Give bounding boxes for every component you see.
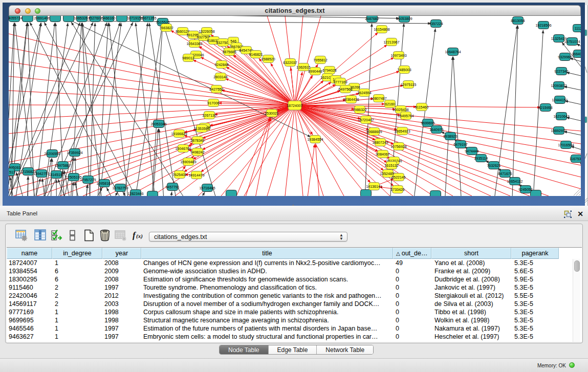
table-cell[interactable]: Stergiakouli et al. (2012) xyxy=(431,292,511,300)
column-header-out_de[interactable]: △out_de… xyxy=(393,248,431,259)
table-cell[interactable]: 0 xyxy=(393,300,431,308)
canvas-resize-grip[interactable] xyxy=(579,194,580,195)
table-cell[interactable]: 0 xyxy=(393,308,431,316)
table-row[interactable]: 911546021997Tourette syndrome. Phenomeno… xyxy=(7,283,582,292)
table-cell[interactable]: Nakamura et al. (1997) xyxy=(431,324,511,333)
table-cell[interactable]: 18724007 xyxy=(7,259,52,267)
table-cell[interactable]: 1 xyxy=(52,333,102,341)
table-cell[interactable]: 5.3E-5 xyxy=(511,259,559,267)
table-cell[interactable]: Corpus callosum shape and size in male p… xyxy=(141,308,393,316)
table-cell[interactable]: 5.5E-5 xyxy=(511,292,559,300)
table-cell[interactable]: 1997 xyxy=(102,324,141,333)
table-cell[interactable]: 0 xyxy=(393,275,431,283)
table-mode-icon[interactable] xyxy=(15,229,28,242)
table-cell[interactable]: Investigating the contribution of common… xyxy=(141,292,393,300)
tab-edge-table[interactable]: Edge Table xyxy=(269,345,317,354)
table-cell[interactable]: de Silva et al. (2003) xyxy=(431,300,511,308)
graph-node[interactable] xyxy=(430,191,441,196)
table-cell[interactable]: Changes of HCN gene expression and I(f) … xyxy=(141,259,393,267)
show-columns-icon[interactable] xyxy=(34,229,47,242)
table-cell[interactable]: Jankovic et al. (1997) xyxy=(431,283,511,292)
table-row[interactable]: 969969511998Structural magnetic resonanc… xyxy=(7,316,582,324)
table-cell[interactable]: 18300295 xyxy=(7,275,52,283)
table-cell[interactable]: 2 xyxy=(52,283,102,292)
table-cell[interactable]: 5.3E-5 xyxy=(511,324,559,333)
table-cell[interactable]: Estimation of the future numbers of pati… xyxy=(141,324,393,333)
table-cell[interactable]: Disruption of a novel member of a sodium… xyxy=(141,300,393,308)
table-row[interactable]: 977716911998Corpus callosum shape and si… xyxy=(7,308,582,316)
table-cell[interactable]: Hescheler et al. (1997) xyxy=(431,333,511,341)
float-window-icon[interactable] xyxy=(563,210,572,218)
graph-node[interactable] xyxy=(50,16,61,22)
table-cell[interactable]: 2 xyxy=(52,300,102,308)
column-header-in_degree[interactable]: in_degree xyxy=(52,248,102,259)
table-row[interactable]: 946554611997Estimation of the future num… xyxy=(7,324,582,333)
table-cell[interactable]: 9463627 xyxy=(7,333,52,341)
table-cell[interactable]: 2012 xyxy=(102,292,141,300)
table-row[interactable]: 1830029562008Estimation of significance … xyxy=(7,275,582,283)
close-panel-icon[interactable]: ✕ xyxy=(576,209,585,219)
table-cell[interactable]: 0 xyxy=(393,324,431,333)
table-vertical-scrollbar[interactable] xyxy=(573,259,580,342)
table-cell[interactable]: 5.6E-5 xyxy=(511,267,559,275)
graph-node[interactable] xyxy=(226,190,237,196)
table-cell[interactable]: Yano et al. (2008) xyxy=(431,259,511,267)
table-cell[interactable]: 5.3E-5 xyxy=(511,316,559,324)
table-cell[interactable]: 0 xyxy=(393,283,431,292)
table-cell[interactable]: Dudbridge et al. (2008) xyxy=(431,275,511,283)
table-cell[interactable]: 2 xyxy=(52,292,102,300)
table-cell[interactable]: 5.3E-5 xyxy=(511,333,559,341)
graph-node[interactable] xyxy=(117,16,127,22)
table-cell[interactable]: 1 xyxy=(52,324,102,333)
table-row[interactable]: 1938455462009Genome-wide association stu… xyxy=(7,267,582,275)
table-cell[interactable]: 5.9E-5 xyxy=(511,275,559,283)
table-cell[interactable]: Wolkin et al. (1998) xyxy=(431,316,511,324)
table-cell[interactable]: 0 xyxy=(393,316,431,324)
table-cell[interactable]: 1998 xyxy=(102,308,141,316)
table-cell[interactable]: 1 xyxy=(52,259,102,267)
window-titlebar[interactable]: citations_edges.txt xyxy=(9,5,581,16)
table-cell[interactable]: Embryonic stem cells: a model to study s… xyxy=(141,333,393,341)
tab-network-table[interactable]: Network Table xyxy=(317,345,373,354)
column-header-name[interactable]: name xyxy=(7,248,52,259)
row-height-icon[interactable] xyxy=(67,229,79,242)
column-header-year[interactable]: year xyxy=(102,248,141,259)
table-row[interactable]: 1456911722003Disruption of a novel membe… xyxy=(7,300,582,308)
table-cell[interactable]: 1997 xyxy=(102,333,141,341)
graph-node[interactable] xyxy=(147,191,158,196)
table-cell[interactable]: 9777169 xyxy=(7,308,52,316)
table-cell[interactable]: 0 xyxy=(393,267,431,275)
table-cell[interactable]: 2008 xyxy=(102,275,141,283)
function-builder-icon[interactable]: f (x) xyxy=(132,229,146,242)
table-cell[interactable]: 1 xyxy=(52,316,102,324)
table-cell[interactable]: 0 xyxy=(393,292,431,300)
table-cell[interactable]: 2008 xyxy=(102,259,141,267)
column-header-short[interactable]: short xyxy=(431,248,511,259)
table-row[interactable]: 946362711997Embryonic stem cells: a mode… xyxy=(7,333,582,341)
table-row[interactable]: 2242004622012Investigating the contribut… xyxy=(7,292,582,300)
table-cell[interactable]: 14569117 xyxy=(7,300,52,308)
scrollbar-thumb[interactable] xyxy=(574,260,580,272)
delete-table-icon[interactable] xyxy=(115,229,127,242)
delete-columns-icon[interactable] xyxy=(99,229,111,242)
table-cell[interactable]: Genome-wide association studies in ADHD. xyxy=(141,267,393,275)
table-cell[interactable]: 5.3E-5 xyxy=(511,308,559,316)
table-cell[interactable]: 1 xyxy=(52,308,102,316)
table-cell[interactable]: Structural magnetic resonance image aver… xyxy=(141,316,393,324)
table-cell[interactable]: 1998 xyxy=(102,316,141,324)
table-cell[interactable]: 1997 xyxy=(102,283,141,292)
table-cell[interactable]: 22420046 xyxy=(7,292,52,300)
tab-node-table[interactable]: Node Table xyxy=(220,345,269,354)
network-canvas[interactable]: 1405572420691406106532671527602646616010… xyxy=(9,16,581,196)
table-cell[interactable]: 49 xyxy=(393,259,431,267)
table-cell[interactable]: 5.3E-5 xyxy=(511,283,559,292)
table-cell[interactable]: 9465546 xyxy=(7,324,52,333)
table-cell[interactable]: 19384554 xyxy=(7,267,52,275)
column-header-pagerank[interactable]: pagerank xyxy=(511,248,559,259)
table-cell[interactable]: 6 xyxy=(52,267,102,275)
table-cell[interactable]: 6 xyxy=(52,275,102,283)
table-select-dropdown[interactable]: citations_edges.txt ▲▼ xyxy=(149,232,347,242)
table-cell[interactable]: 9699695 xyxy=(7,316,52,324)
new-column-icon[interactable] xyxy=(83,229,95,242)
table-cell[interactable]: 2003 xyxy=(102,300,141,308)
